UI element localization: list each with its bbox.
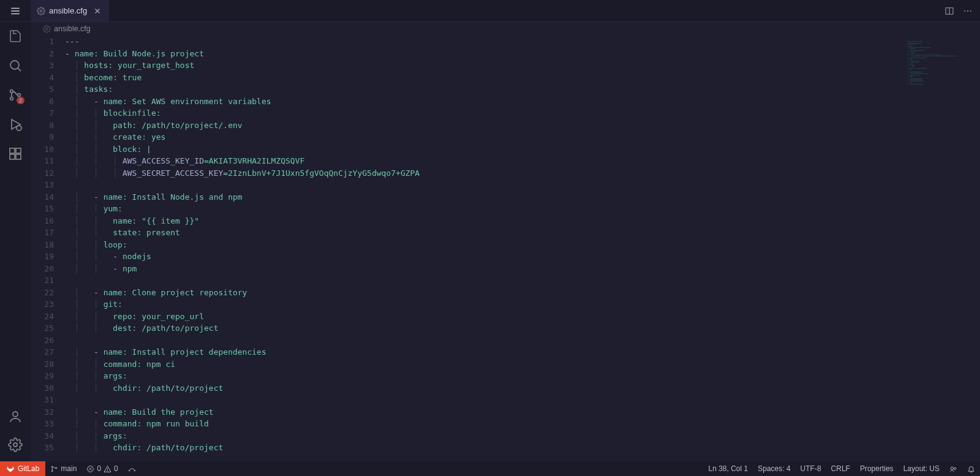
gitlab-icon xyxy=(6,464,15,473)
svg-point-3 xyxy=(40,10,42,12)
code-line[interactable]: │ │ command: npm run build xyxy=(65,418,904,430)
svg-point-14 xyxy=(10,97,13,100)
code-line[interactable]: │ │ loop: xyxy=(65,239,904,251)
code-line[interactable]: │ │ args: xyxy=(65,430,904,442)
code-line[interactable]: │ │ create: yes xyxy=(65,131,904,143)
code-line[interactable]: │ │ - nodejs xyxy=(65,251,904,263)
warning-icon xyxy=(104,465,111,473)
svg-point-27 xyxy=(56,467,57,468)
code-line[interactable]: │ │ path: /path/to/project/.env xyxy=(65,119,904,132)
svg-point-22 xyxy=(13,412,18,417)
branch-name: main xyxy=(61,464,77,473)
gitlab-button[interactable]: GitLab xyxy=(0,461,45,476)
gear-icon xyxy=(43,25,51,33)
code-line[interactable]: │ │ git: xyxy=(65,298,904,311)
svg-rect-18 xyxy=(10,148,15,153)
svg-point-25 xyxy=(52,466,53,467)
more-icon[interactable] xyxy=(963,6,973,16)
svg-point-13 xyxy=(10,90,13,93)
svg-point-8 xyxy=(964,10,965,12)
overview-ruler[interactable] xyxy=(971,36,980,461)
line-number-gutter: 1234567891011121314151617181920212223242… xyxy=(31,36,65,461)
feedback-icon[interactable] xyxy=(944,465,962,473)
warning-count: 0 xyxy=(114,464,118,473)
gear-icon xyxy=(37,7,45,15)
menu-icon xyxy=(10,6,21,17)
tab-ansible-cfg[interactable]: ansible.cfg xyxy=(31,0,108,21)
language-mode[interactable]: Properties xyxy=(855,464,899,473)
code-line[interactable]: │ │ repo: your_repo_url xyxy=(65,311,904,323)
code-line[interactable]: │ │ chdir: /path/to/project xyxy=(65,382,904,395)
settings-gear-icon[interactable] xyxy=(7,437,23,453)
code-line[interactable]: --- xyxy=(65,36,904,48)
code-line[interactable]: │ - name: Clone project repository xyxy=(65,287,904,299)
svg-point-32 xyxy=(107,470,108,470)
extensions-icon[interactable] xyxy=(7,146,23,162)
svg-point-36 xyxy=(954,467,956,469)
code-line[interactable]: - name: Build Node.js project xyxy=(65,48,904,60)
code-line[interactable] xyxy=(65,179,904,191)
code-line[interactable]: │ │ │ AWS_ACCESS_KEY_ID=AKIAT3VRHA2ILMZQ… xyxy=(65,155,904,167)
code-line[interactable]: │ │ chdir: /path/to/project xyxy=(65,442,904,454)
code-line[interactable]: │ │ blockinfile: xyxy=(65,107,904,119)
svg-point-15 xyxy=(18,94,21,97)
cursor-position[interactable]: Ln 38, Col 1 xyxy=(703,464,753,473)
live-share-icon[interactable] xyxy=(123,465,141,473)
code-line[interactable]: │ - name: Install project dependencies xyxy=(65,346,904,358)
problems-indicator[interactable]: 0 0 xyxy=(81,464,123,473)
activity-bar: 2 xyxy=(0,22,31,461)
code-line[interactable] xyxy=(65,274,904,287)
svg-rect-19 xyxy=(16,148,21,153)
editor-body[interactable]: 1234567891011121314151617181920212223242… xyxy=(31,36,980,461)
code-line[interactable]: │ │ state: present xyxy=(65,227,904,239)
indent-indicator[interactable]: Spaces: 4 xyxy=(753,464,795,473)
code-area[interactable]: ---- name: Build Node.js project │ hosts… xyxy=(65,36,904,461)
code-line[interactable] xyxy=(65,334,904,347)
code-line[interactable]: │ - name: Set AWS environment variables xyxy=(65,96,904,108)
svg-rect-20 xyxy=(10,154,15,159)
source-control-icon[interactable]: 2 xyxy=(7,87,23,103)
scm-badge: 2 xyxy=(17,97,24,104)
explorer-icon[interactable] xyxy=(7,28,23,44)
code-line[interactable] xyxy=(65,394,904,406)
code-line[interactable]: │ - name: Build the project xyxy=(65,406,904,418)
code-line[interactable]: │ become: true xyxy=(65,72,904,84)
svg-point-35 xyxy=(951,467,953,469)
encoding-indicator[interactable]: UTF-8 xyxy=(796,464,826,473)
code-line[interactable]: │ │ block: | xyxy=(65,143,904,156)
breadcrumb[interactable]: ansible.cfg xyxy=(31,22,980,36)
close-icon[interactable] xyxy=(93,7,102,15)
code-line[interactable]: │ │ │ AWS_SECRET_ACCESS_KEY=2IznLbnV+7J1… xyxy=(65,167,904,179)
notifications-icon[interactable] xyxy=(962,465,980,473)
code-line[interactable]: │ tasks: xyxy=(65,83,904,96)
eol-indicator[interactable]: CRLF xyxy=(826,464,855,473)
code-line[interactable]: │ │ dest: /path/to/project xyxy=(65,322,904,334)
run-debug-icon[interactable] xyxy=(7,116,23,132)
menu-button[interactable] xyxy=(0,0,31,21)
branch-icon xyxy=(50,465,58,473)
svg-point-10 xyxy=(970,10,971,12)
code-line[interactable]: │ hosts: your_target_host xyxy=(65,59,904,72)
code-line[interactable]: │ │ - npm xyxy=(65,263,904,275)
tab-bar: ansible.cfg xyxy=(0,0,980,22)
svg-point-17 xyxy=(17,126,21,130)
svg-line-12 xyxy=(18,69,21,72)
search-icon[interactable] xyxy=(7,58,23,74)
split-editor-icon[interactable] xyxy=(944,6,954,16)
branch-indicator[interactable]: main xyxy=(45,464,81,473)
error-icon xyxy=(86,465,94,473)
svg-rect-21 xyxy=(16,154,21,159)
accounts-icon[interactable] xyxy=(7,409,23,425)
svg-point-11 xyxy=(10,61,19,69)
code-line[interactable]: │ - name: Install Node.js and npm xyxy=(65,191,904,203)
status-bar: GitLab main 0 0 Ln 38, Col 1 Spaces: 4 U… xyxy=(0,461,980,476)
code-line[interactable]: │ │ args: xyxy=(65,370,904,382)
code-line[interactable]: │ │ name: "{{ item }}" xyxy=(65,215,904,227)
minimap[interactable]: ---- name: Build Node.js project │ hosts… xyxy=(904,36,971,461)
code-line[interactable]: │ │ yum: xyxy=(65,203,904,215)
code-line[interactable]: │ │ command: npm ci xyxy=(65,358,904,371)
svg-point-23 xyxy=(13,443,17,447)
svg-point-26 xyxy=(52,470,53,471)
keyboard-layout[interactable]: Layout: US xyxy=(899,464,944,473)
svg-point-24 xyxy=(46,28,48,29)
